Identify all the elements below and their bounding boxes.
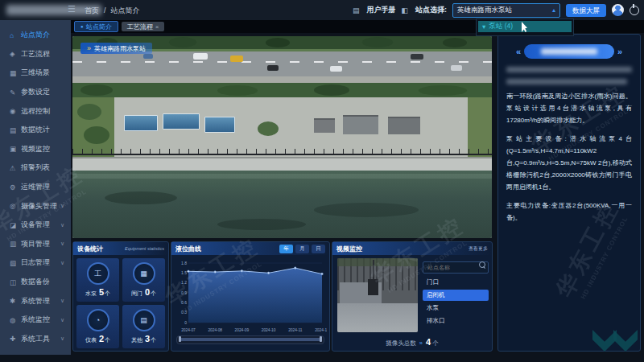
sidebar-item-project-management[interactable]: ▥项目管理∨: [0, 235, 71, 254]
gear-icon: ⚙: [10, 183, 21, 191]
site-select-label: 站点选择:: [415, 5, 447, 15]
arrow-right-icon: »: [87, 44, 91, 52]
svg-text:1.5: 1.5: [181, 270, 187, 275]
level-curve-panel: 液位曲线 年 月 日 00.30.60.91.21.51.82024-07202…: [171, 241, 330, 352]
chart-panel-title: 液位曲线: [175, 245, 201, 253]
chevron-down-icon: ∨: [60, 335, 64, 342]
stat-label: 其他: [131, 337, 142, 343]
site-select-dropdown[interactable]: 英雄南路雨水泵站 ▴: [452, 3, 560, 18]
stat-count: 2: [99, 334, 104, 343]
camera-item-pump[interactable]: 水泵: [423, 302, 489, 314]
stat-card-gauge: ◔ 仪表 2个: [76, 305, 119, 348]
stat-card-gate: ▦ 闸门 0个: [122, 258, 165, 302]
alarm-icon: ⚠: [10, 164, 21, 172]
svg-text:0: 0: [184, 320, 187, 325]
redacted-line: [506, 79, 627, 84]
stat-unit: 个: [151, 290, 156, 296]
sidebar-item-alarm-list[interactable]: ⚠报警列表: [0, 158, 71, 178]
user-avatar[interactable]: [612, 4, 624, 16]
view-more-link[interactable]: 查看更多: [469, 245, 488, 253]
monitor-icon: ◍: [10, 316, 21, 324]
equipment-panel-subtitle: Equipment statistics: [125, 246, 164, 251]
stat-unit: 个: [105, 337, 110, 343]
sidebar-item-remote-control[interactable]: ◉远程控制: [0, 101, 71, 121]
statistics-icon: ▤: [10, 126, 21, 134]
scene-icon: ▦: [10, 69, 21, 77]
sidebar-item-system-monitor[interactable]: ◍系统监控∨: [0, 311, 71, 330]
site-select-value: 英雄南路雨水泵站: [457, 6, 512, 15]
breadcrumb: 首页/站点简介: [82, 6, 142, 16]
camera-item-outlet[interactable]: 排水口: [423, 315, 489, 327]
info-paragraph-2: 泵站主要设备:潜水轴流泵4台(Q=1.5m³/s,H=4.7m,N=110kW2…: [506, 134, 632, 193]
camera-total-label: 摄像头总数: [386, 339, 416, 347]
gate-icon: ▦: [133, 262, 155, 285]
log-icon: ▧: [10, 259, 21, 267]
close-icon[interactable]: ×: [155, 23, 159, 31]
top-bar-right: ▤ 用户手册 ◧ 站点选择: 英雄南路雨水泵站 ▴ 数据大屏: [353, 0, 639, 20]
pencil-icon: ✎: [10, 88, 21, 97]
chevron-down-icon: ∨: [60, 317, 64, 323]
period-year-button[interactable]: 年: [279, 245, 293, 253]
video-monitor-panel: 视频监控 查看更多 门口 启闭机 水泵 排水口 摄像头总数 » 4 个: [332, 241, 493, 352]
svg-text:0.6: 0.6: [181, 300, 187, 305]
device-icon: ◪: [10, 221, 21, 229]
tab-label: 站点简介: [86, 23, 112, 31]
backup-icon: ◫: [10, 278, 21, 286]
data-bigscreen-button[interactable]: 数据大屏: [566, 4, 606, 17]
sidebar-item-data-statistics[interactable]: ▤数据统计: [0, 121, 71, 140]
redacted-line: [506, 67, 632, 72]
user-manual-link[interactable]: 用户手册: [366, 5, 395, 15]
info-paragraph-3: 主要电力设备:变压器2台(500KVA,一用一备)。: [506, 200, 632, 224]
camera-list: 门口 启闭机 水泵 排水口: [423, 277, 489, 327]
sidebar-collapse-icon[interactable]: ☰: [68, 4, 76, 14]
sidebar-item-device-management[interactable]: ◪设备管理∨: [0, 216, 71, 235]
cctv-preview[interactable]: [337, 258, 418, 332]
sidebar-item-system-management[interactable]: ✱系统管理∨: [0, 291, 71, 311]
active-dot-icon: ●: [80, 24, 84, 29]
period-day-button[interactable]: 日: [312, 245, 325, 253]
slider-left-grip[interactable]: [179, 336, 181, 342]
project-icon: ▥: [10, 240, 21, 248]
svg-text:2024-08: 2024-08: [208, 328, 222, 332]
sidebar-item-log-management[interactable]: ▧日志管理∨: [0, 253, 71, 273]
others-icon: ▤: [133, 309, 155, 331]
sidebar-item-process-flow[interactable]: ◈工艺流程: [0, 45, 71, 64]
stat-count: 5: [99, 287, 104, 297]
period-month-button[interactable]: 月: [295, 245, 309, 253]
svg-text:2024-12: 2024-12: [315, 328, 327, 332]
chevron-down-icon: ∨: [60, 241, 64, 247]
logout-power-icon[interactable]: [630, 6, 639, 15]
sidebar-item-parameter-setting[interactable]: ✎参数设定: [0, 83, 71, 102]
site-select-icon: ◧: [401, 6, 408, 14]
flow-icon: ◈: [10, 50, 21, 58]
svg-text:1.8: 1.8: [181, 261, 187, 265]
sidebar-item-data-backup[interactable]: ◫数据备份: [0, 273, 71, 292]
tab-site-intro[interactable]: ●站点简介: [74, 21, 118, 32]
camera-item-hoist[interactable]: 启闭机: [423, 290, 489, 301]
sidebar-item-operation-maintenance[interactable]: ⚙运维管理: [0, 178, 71, 197]
sidebar-item-site-intro[interactable]: ⌂站点简介: [0, 26, 71, 45]
breadcrumb-current: 站点简介: [111, 6, 140, 14]
photo-overlay-label[interactable]: » 英雄南路雨水泵站: [80, 43, 152, 54]
chevron-down-icon: ∨: [60, 222, 64, 228]
slider-right-grip[interactable]: [320, 336, 322, 342]
banner-left-wing-icon: «: [516, 47, 521, 56]
manual-book-icon: ▤: [353, 6, 360, 14]
station-name: 英雄南路雨水泵站: [94, 44, 146, 53]
pump-station-dashboard: ☰ 首页/站点简介 ▤ 用户手册 ◧ 站点选择: 英雄南路雨水泵站 ▴ 数据大屏…: [0, 0, 644, 362]
tools-icon: ✚: [10, 335, 21, 343]
tree-node-label: 泵站 (4): [489, 22, 513, 31]
breadcrumb-separator: /: [104, 6, 106, 14]
level-curve-chart: 00.30.60.91.21.51.82024-072024-082024-09…: [174, 257, 327, 334]
camera-item-gate[interactable]: 门口: [423, 277, 489, 288]
tab-process-flow[interactable]: 工艺流程×: [122, 22, 165, 31]
breadcrumb-home[interactable]: 首页: [85, 6, 99, 14]
sidebar-item-camera-management[interactable]: ◎摄像头管理∨: [0, 196, 71, 216]
chart-range-slider[interactable]: [176, 335, 324, 344]
sidebar-item-system-tools[interactable]: ✚系统工具∨: [0, 330, 71, 349]
banner-title-redacted: [524, 44, 614, 59]
sidebar-item-3d-scene[interactable]: ▦三维场景: [0, 64, 71, 83]
sidebar: ⌂站点简介 ◈工艺流程 ▦三维场景 ✎参数设定 ◉远程控制 ▤数据统计 ▣视频监…: [0, 20, 71, 355]
sidebar-item-video-monitor[interactable]: ▣视频监控: [0, 140, 71, 159]
search-icon[interactable]: [479, 261, 485, 268]
